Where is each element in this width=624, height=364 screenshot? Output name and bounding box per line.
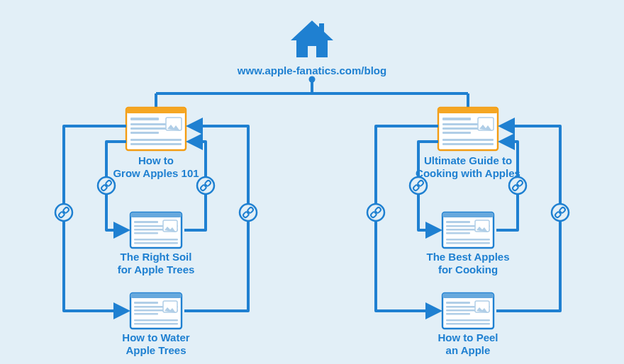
webpage-icon [442, 293, 494, 329]
connector-left-outer-up [184, 126, 248, 311]
webpage-icon [126, 108, 186, 150]
right-cornerstone-title-l1: Ultimate Guide to [424, 154, 512, 166]
webpage-icon [442, 212, 494, 248]
left-sub-a-title-l2: for Apple Trees [118, 263, 195, 275]
right-sub-b-title-l2: an Apple [446, 344, 491, 356]
link-icon [240, 204, 257, 221]
root-url: www.apple-fanatics.com/blog [237, 64, 386, 76]
house-icon [291, 21, 333, 57]
right-cornerstone-title-l2: Cooking with Apples [416, 167, 520, 179]
link-icon [552, 204, 569, 221]
link-icon [509, 177, 526, 194]
svg-point-23 [309, 76, 316, 83]
link-icon [410, 177, 427, 194]
webpage-icon [438, 108, 498, 150]
left-cornerstone-title-l2: Grow Apples 101 [113, 167, 199, 179]
right-sub-b-title-l1: How to Peel [438, 331, 498, 343]
left-cornerstone-title-l1: How to [138, 154, 174, 166]
webpage-icon [130, 212, 182, 248]
right-sub-a-title-l2: for Cooking [438, 263, 498, 275]
left-sub-b-title-l1: How to Water [122, 331, 189, 343]
left-sub-a-title-l1: The Right Soil [121, 251, 192, 263]
right-sub-a-title-l1: The Best Apples [427, 251, 510, 263]
link-icon [197, 177, 214, 194]
left-sub-b-title-l2: Apple Trees [126, 344, 186, 356]
connector-left-outer-down [64, 126, 128, 311]
root-connector [156, 79, 468, 108]
webpage-icon [130, 293, 182, 329]
link-icon [55, 204, 72, 221]
svg-rect-22 [319, 23, 324, 33]
link-icon [98, 177, 115, 194]
link-icon [367, 204, 384, 221]
